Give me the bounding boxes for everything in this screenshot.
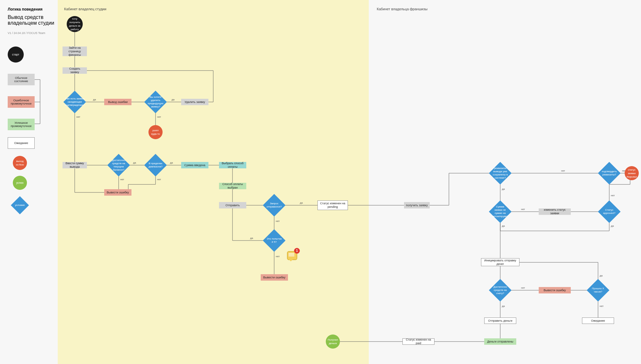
- node-d4-label: В пределах диапазона?: [148, 162, 164, 168]
- edge-d6-yes: да: [250, 237, 253, 240]
- node-e3: Вывести ошибку: [261, 274, 288, 281]
- node-w4: Ожидание: [582, 317, 614, 324]
- edge-d3-no: нет: [120, 178, 124, 181]
- node-d1-label: Уже есть заявка ожидающая подтверждения?: [65, 97, 85, 107]
- edge-d9-yes: да: [502, 224, 505, 227]
- node-t1-label: Сумма введена: [184, 164, 205, 167]
- node-g2-label: Деньги отправлены: [487, 340, 513, 343]
- edge-d6-no: нет: [276, 255, 280, 258]
- legend-wait: Ожидание: [8, 137, 35, 149]
- node-w4-label: Ожидание: [591, 319, 605, 323]
- node-r6: получить заявку: [404, 202, 430, 208]
- legend-done-label: успех: [16, 181, 23, 185]
- node-exit2-label: статус заявки Rejected: [627, 168, 637, 179]
- edge-d11-yes: да: [502, 305, 505, 308]
- node-start: хочу получить деньги за работу: [67, 16, 83, 32]
- node-r7: изменить статус заявки: [539, 208, 571, 215]
- node-g1-label: Способ оплаты выбран: [221, 182, 244, 190]
- node-w2: Инициировать отправку денег: [481, 258, 519, 266]
- node-t2: Выбрать способ оплаты: [219, 162, 246, 168]
- node-d10-label: Статус approved?: [601, 208, 617, 215]
- node-w3-label: Отправить деньги: [488, 319, 512, 323]
- node-w2-label: Инициировать отправку денег: [483, 259, 517, 266]
- legend-success: Успешное промежуточное: [8, 119, 35, 130]
- edge-d7-no: нет: [561, 169, 565, 172]
- edge-d7-yes: да: [502, 188, 505, 190]
- heading-left: Кабинет владелец студии: [64, 7, 106, 11]
- edge-d4-yes: да: [170, 161, 173, 164]
- node-r3: Удалить заявку: [181, 99, 208, 105]
- edge-d11-no: нет: [521, 286, 525, 289]
- node-e3-label: Вывести ошибку: [263, 276, 285, 279]
- legend-error: Ошибочное промежуточное: [8, 96, 35, 108]
- node-t2-label: Выбрать способ оплаты: [221, 162, 244, 169]
- node-w3: Отправить деньги: [484, 317, 516, 324]
- edge-d10-yes: да: [611, 224, 614, 227]
- node-exit1-label: ушел куда-то: [150, 129, 161, 136]
- legend-normal-label: Обычное состояние: [9, 76, 33, 83]
- sidebar-meta: V1 / 24.04.18 / FOCUS Team: [8, 31, 45, 35]
- edge-d2-yes: да: [172, 98, 174, 101]
- edge-d12-no: нет: [600, 305, 603, 308]
- node-w5-label: Статус изменен на paid: [405, 338, 432, 345]
- node-r3-label: Удалить заявку: [184, 100, 205, 104]
- edge-d2-no: нет: [157, 115, 161, 118]
- legend-done: успех: [13, 176, 27, 190]
- node-r4: Ввести сумму вывода: [63, 162, 87, 168]
- node-w1: Статус изменен на pending: [317, 200, 348, 210]
- node-d2-label: Вы хотите удалить предыдущую заявку?: [148, 96, 164, 108]
- edge-d10-no: нет: [611, 194, 615, 197]
- node-r2-label: Создать заявку: [64, 67, 85, 74]
- node-d3-label: Достаточно средств на текущем балансе?: [111, 159, 127, 172]
- node-exit1: ушел куда-то: [148, 125, 163, 139]
- sidebar-title-l1: Вывод средств: [8, 14, 43, 21]
- node-d6-label: Это попытка # 5?: [266, 237, 282, 244]
- node-g2: Деньги отправлены: [484, 338, 516, 345]
- legend-start: старт: [8, 47, 24, 63]
- node-e1: Вывод ошибки: [104, 99, 131, 105]
- node-t1: Сумма введена: [181, 162, 208, 168]
- comment-count-badge: 1: [294, 248, 300, 254]
- node-d7-label: реквизиты вывода уже сохранены в системе…: [492, 167, 508, 180]
- legend-normal: Обычное состояние: [8, 74, 35, 85]
- edge-d3-yes: да: [133, 161, 136, 164]
- edge-d5-no: нет: [276, 220, 280, 223]
- sidebar-heading: Логика поведения: [8, 7, 43, 12]
- node-d9-label: Сумма заявки не сумме на автоаппруве?: [492, 205, 508, 218]
- legend-success-label: Успешное промежуточное: [9, 121, 33, 128]
- node-r5: Отправить: [219, 202, 246, 208]
- legend-cond-label: условие: [13, 204, 26, 207]
- node-done: Получил деньги: [326, 334, 340, 349]
- node-w1-label: Статус изменен на pending: [320, 202, 346, 209]
- legend-error-label: Ошибочное промежуточное: [9, 99, 33, 105]
- comment-lines-icon: [289, 253, 294, 254]
- connectors: [0, 0, 641, 364]
- node-r2: Создать заявку: [63, 67, 87, 74]
- legend-start-label: старт: [12, 53, 19, 56]
- legend-exit: выход из flow: [13, 156, 27, 170]
- edge-d4-no: нет: [157, 178, 161, 181]
- legend-exit-label: выход из flow: [15, 159, 25, 166]
- node-d8-label: подтвердить реквизиты?: [601, 170, 617, 176]
- node-r1-label: Зайти на страницу финансы: [64, 46, 85, 57]
- edge-d5-yes: да: [300, 201, 303, 204]
- node-done-label: Получил деньги: [328, 338, 338, 345]
- legend-wait-label: Ожидание: [14, 141, 28, 145]
- edge-d9-no: нет: [521, 208, 525, 211]
- node-e2-label: Вывести ошибку: [107, 191, 129, 194]
- node-r4-label: Ввести сумму вывода: [64, 162, 85, 169]
- node-d11-label: Достаточно средств на счету?: [492, 285, 508, 295]
- node-r5-label: Отправить: [225, 204, 240, 207]
- comment-marker[interactable]: 1: [287, 249, 299, 260]
- edge-d12-yes: да: [600, 274, 603, 277]
- node-e2: Вывести ошибку: [104, 189, 131, 196]
- node-r1: Зайти на страницу финансы: [63, 47, 87, 56]
- node-exit2: статус заявки Rejected: [625, 166, 639, 180]
- node-d12-label: Прошло X часов?: [590, 287, 606, 293]
- heading-right: Кабинет владельца франшизы: [377, 7, 427, 11]
- node-g1: Способ оплаты выбран: [219, 183, 246, 189]
- node-w5: Статус изменен на paid: [402, 338, 434, 345]
- node-start-label: хочу получить деньги за работу: [69, 17, 81, 31]
- edge-d1-yes: да: [93, 98, 96, 101]
- node-r7-label: изменить статус заявки: [541, 208, 569, 215]
